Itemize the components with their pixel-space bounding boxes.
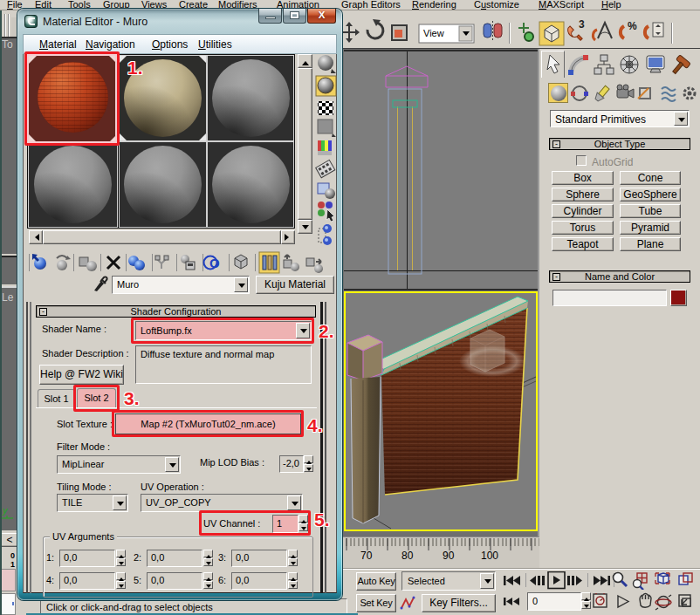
svg-text:%: % [628,20,637,32]
svg-text:3: 3 [579,18,585,31]
svg-text:View: View [423,28,444,38]
svg-text:y: y [2,505,9,516]
